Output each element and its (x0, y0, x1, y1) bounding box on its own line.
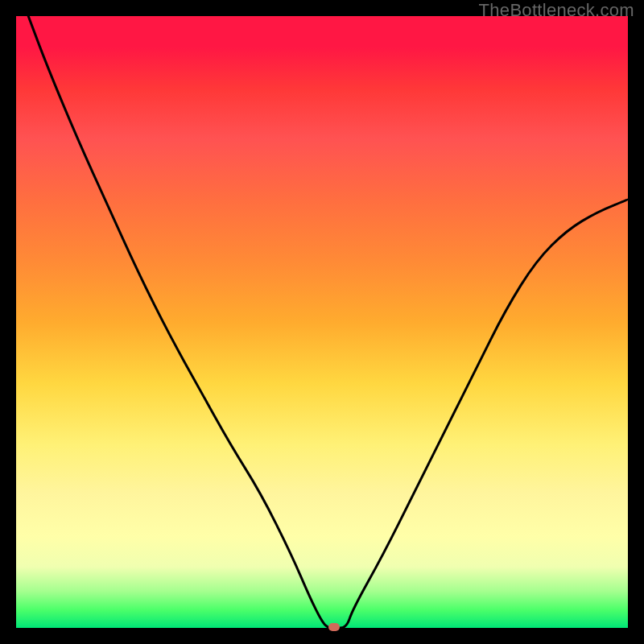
optimal-point-marker (328, 623, 340, 631)
chart-container: TheBottleneck.com (0, 0, 644, 644)
bottleneck-curve (16, 16, 628, 628)
watermark-text: TheBottleneck.com (479, 0, 634, 21)
